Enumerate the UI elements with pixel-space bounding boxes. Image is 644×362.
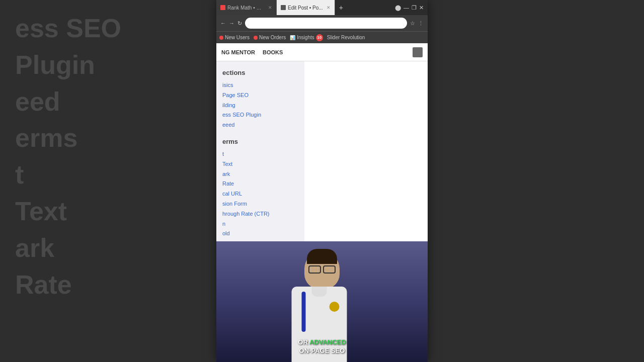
window-circle-icon: ⬤ — [395, 5, 401, 11]
bookmarks-bar: New Users New Orders 📊 Insights 10 Slide… — [216, 31, 428, 43]
subtitle-or: OR — [298, 338, 309, 346]
bookmark-slider-revolution[interactable]: Slider Revolution — [327, 35, 365, 40]
sidebar-link-page-seo[interactable]: Page SEO — [222, 90, 298, 101]
nav-icon-image — [413, 47, 423, 57]
tab-rank-math[interactable]: Rank Math • Po... ✕ — [216, 0, 277, 15]
bookmark-slider-revolution-label: Slider Revolution — [327, 35, 365, 40]
shirt-logo — [330, 302, 340, 312]
sidebar-panel: ections isics Page SEO ilding ess SEO Pl… — [216, 61, 304, 241]
main-content — [304, 61, 428, 241]
tab-close-rank-math[interactable]: ✕ — [268, 5, 272, 10]
bookmark-new-orders[interactable]: New Orders — [254, 35, 286, 40]
video-subtitle-container: OR ADVANCED ON-PAGE SEO — [216, 335, 428, 357]
bookmark-insights-label: Insights — [297, 35, 314, 40]
forward-button[interactable]: → — [229, 20, 234, 26]
sidebar-term-conversion-form[interactable]: sion Form — [222, 199, 298, 209]
browser-window: Rank Math • Po... ✕ Edit Post • Po... ✕ … — [216, 0, 428, 362]
tab-title-edit-post: Edit Post • Po... — [288, 5, 323, 11]
bg-text-speed: eed — [15, 83, 201, 120]
sidebar-sections-title: ections — [222, 69, 298, 76]
shirt-strap — [302, 292, 306, 332]
subtitle-advanced: ADVANCED — [309, 338, 346, 346]
sidebar-term-rate[interactable]: Rate — [222, 179, 298, 189]
url-input[interactable] — [245, 18, 407, 29]
bg-text-terms: erms — [15, 120, 201, 156]
tab-favicon-rank-math — [220, 5, 225, 10]
bookmark-insights[interactable]: 📊 Insights 10 — [290, 34, 323, 41]
address-bar: ← → ↻ ☆ ⋮ — [216, 15, 428, 31]
new-tab-button[interactable]: + — [335, 0, 347, 15]
page-content-area[interactable]: ections isics Page SEO ilding ess SEO Pl… — [216, 61, 428, 241]
tab-title-rank-math: Rank Math • Po... — [227, 5, 265, 11]
subtitle-line2: ON-PAGE SEO — [219, 347, 425, 354]
sidebar-link-building[interactable]: ilding — [222, 101, 298, 111]
tab-favicon-edit-post — [281, 5, 286, 10]
window-restore-button[interactable]: ❐ — [412, 5, 417, 11]
nav-mentor[interactable]: NG MENTOR — [221, 49, 255, 55]
window-controls: ⬤ — ❐ ✕ — [395, 0, 428, 15]
sidebar-terms-section: erms t Text ark Rate cal URL sion Form h… — [222, 138, 298, 241]
back-button[interactable]: ← — [220, 20, 226, 26]
window-minimize-button[interactable]: — — [404, 5, 409, 11]
tab-bar: Rank Math • Po... ✕ Edit Post • Po... ✕ … — [216, 0, 428, 15]
sidebar-term-t[interactable]: t — [222, 149, 298, 159]
sidebar-sections-section: ections isics Page SEO ilding ess SEO Pl… — [222, 69, 298, 130]
sidebar-term-n[interactable]: n — [222, 219, 298, 229]
nav-books[interactable]: BOOKS — [263, 49, 283, 55]
sidebar-link-seo-plugin[interactable]: ess SEO Plugin — [222, 110, 298, 120]
sidebar-term-ark[interactable]: ark — [222, 169, 298, 179]
background-left: ess SEO Plugin eed erms t Text ark Rate — [0, 0, 216, 362]
bg-text-seo-plugin: ess SEO Plugin — [15, 10, 201, 83]
person-head — [304, 251, 340, 289]
bg-text-text: Text — [15, 193, 201, 230]
bookmark-new-users-label: New Users — [225, 35, 250, 40]
refresh-button[interactable]: ↻ — [237, 20, 242, 27]
background-right — [428, 0, 644, 362]
star-icon[interactable]: ☆ — [410, 20, 415, 27]
video-panel: OR ADVANCED ON-PAGE SEO — [216, 241, 428, 362]
bg-text-t: t — [15, 156, 201, 193]
bg-text-rate-left: Rate — [15, 266, 201, 303]
sidebar-link-basics[interactable]: isics — [222, 80, 298, 90]
tab-edit-post[interactable]: Edit Post • Po... ✕ — [277, 0, 335, 15]
person-hair — [307, 249, 337, 264]
sidebar-link-speed[interactable]: eeed — [222, 120, 298, 130]
sidebar-term-old[interactable]: old — [222, 229, 298, 239]
sidebar-term-canonical-url[interactable]: cal URL — [222, 189, 298, 199]
sidebar-term-ctr[interactable]: hrough Rate (CTR) — [222, 209, 298, 219]
bookmark-new-orders-label: New Orders — [259, 35, 286, 40]
sidebar-terms-title: erms — [222, 138, 298, 145]
sidebar-term-text[interactable]: Text — [222, 159, 298, 169]
bookmark-new-users[interactable]: New Users — [219, 35, 250, 40]
page-navigation: NG MENTOR BOOKS — [216, 43, 428, 61]
subtitle-line1: OR ADVANCED — [219, 337, 425, 347]
tab-close-edit-post[interactable]: ✕ — [327, 5, 331, 10]
person-glasses — [308, 265, 336, 274]
window-close-button[interactable]: ✕ — [419, 5, 424, 11]
bg-text-ark: ark — [15, 230, 201, 266]
menu-icon[interactable]: ⋮ — [418, 20, 424, 27]
